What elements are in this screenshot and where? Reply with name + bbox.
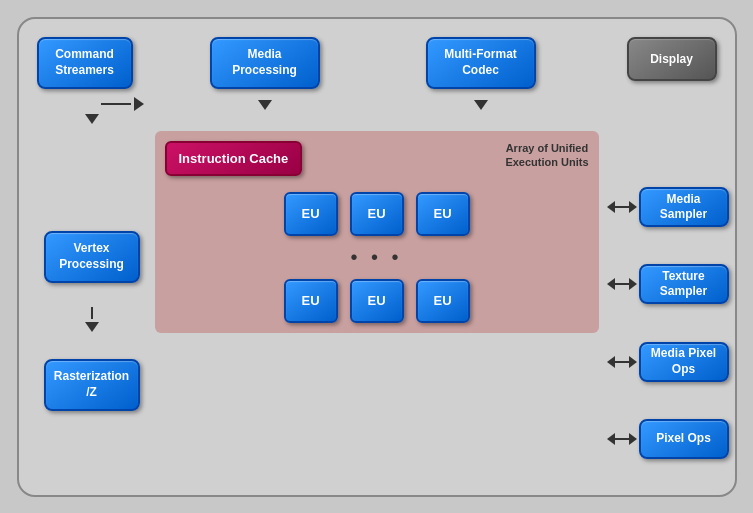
eu-box-5: EU xyxy=(350,279,404,323)
arrow-right-head xyxy=(629,201,637,213)
eu-box-3: EU xyxy=(416,192,470,236)
cmd-arrow-down xyxy=(37,97,147,127)
command-streamers-box: CommandStreamers xyxy=(37,37,133,89)
center-arrows-down xyxy=(147,97,599,127)
eu-box-6: EU xyxy=(416,279,470,323)
array-label: Array of UnifiedExecution Units xyxy=(505,141,588,170)
multi-format-container: Multi-FormatCodec xyxy=(426,37,536,89)
top-right-content: Display xyxy=(599,37,717,89)
h-line-4 xyxy=(615,438,629,440)
arrow-left-head-3 xyxy=(607,356,615,368)
arrow-pixel-ops xyxy=(607,433,637,445)
arrow-down-cmd xyxy=(85,114,99,124)
arrow-media-pixel-ops xyxy=(607,356,637,368)
right-column: MediaSampler TextureSampler xyxy=(607,131,717,477)
arrow-right-head-3 xyxy=(629,356,637,368)
media-pixel-ops-item: Media PixelOps xyxy=(607,342,729,382)
h-line-2 xyxy=(615,283,629,285)
h-line-3 xyxy=(615,361,629,363)
top-center-content: MediaProcessing Multi-FormatCodec xyxy=(147,37,599,89)
texture-sampler-box: TextureSampler xyxy=(639,264,729,304)
h-line xyxy=(615,206,629,208)
middle-section: VertexProcessing Rasterization/Z Array o… xyxy=(37,131,717,477)
eu-center-box: Array of UnifiedExecution Units Instruct… xyxy=(155,131,599,333)
eu-box-4: EU xyxy=(284,279,338,323)
arrow-down-codec xyxy=(474,100,488,110)
arrow-left-head xyxy=(607,201,615,213)
arrow-texture-sampler xyxy=(607,278,637,290)
display-box: Display xyxy=(627,37,717,81)
center-eu-area: Array of UnifiedExecution Units Instruct… xyxy=(155,131,599,333)
display-spacer xyxy=(599,97,717,127)
media-pixel-ops-box: Media PixelOps xyxy=(639,342,729,382)
arrow-right-cmd xyxy=(134,97,144,111)
media-sampler-item: MediaSampler xyxy=(607,187,729,227)
pixel-ops-item: Pixel Ops xyxy=(607,419,729,459)
arrow-left-head-2 xyxy=(607,278,615,290)
v-arrow-1 xyxy=(85,307,99,335)
dots: • • • xyxy=(350,246,402,269)
vertex-processing-box: VertexProcessing xyxy=(44,231,140,283)
eu-box-1: EU xyxy=(284,192,338,236)
eu-box-2: EU xyxy=(350,192,404,236)
media-proc-arrow-down xyxy=(258,97,272,127)
multi-format-codec-box: Multi-FormatCodec xyxy=(426,37,536,89)
main-container: CommandStreamers MediaProcessing Multi-F… xyxy=(17,17,737,497)
dots-row: • • • xyxy=(350,246,402,269)
eu-grid: EU EU EU • • • xyxy=(165,192,589,323)
top-arrows-row xyxy=(37,97,717,127)
texture-sampler-item: TextureSampler xyxy=(607,264,729,304)
pixel-ops-box: Pixel Ops xyxy=(639,419,729,459)
eu-row-2: EU EU EU xyxy=(284,279,470,323)
arrow-right-head-4 xyxy=(629,433,637,445)
arrow-left-head-4 xyxy=(607,433,615,445)
eu-row-1: EU EU EU xyxy=(284,192,470,236)
media-processing-box: MediaProcessing xyxy=(210,37,320,89)
arrow-down-vertex xyxy=(85,322,99,332)
left-column: VertexProcessing Rasterization/Z xyxy=(37,131,147,477)
media-sampler-box: MediaSampler xyxy=(639,187,729,227)
center-column: Array of UnifiedExecution Units Instruct… xyxy=(155,131,599,477)
media-processing-container: MediaProcessing xyxy=(210,37,320,89)
top-left-spacer: CommandStreamers xyxy=(37,37,147,89)
v-line-1 xyxy=(91,307,93,319)
top-layout: CommandStreamers MediaProcessing Multi-F… xyxy=(37,37,717,89)
instruction-cache-box: Instruction Cache xyxy=(165,141,303,176)
codec-arrow-down xyxy=(474,97,488,127)
arrow-down-media xyxy=(258,100,272,110)
arrow-media-sampler xyxy=(607,201,637,213)
h-line-cmd xyxy=(101,103,131,105)
rasterization-box: Rasterization/Z xyxy=(44,359,140,411)
arrow-right-head-2 xyxy=(629,278,637,290)
